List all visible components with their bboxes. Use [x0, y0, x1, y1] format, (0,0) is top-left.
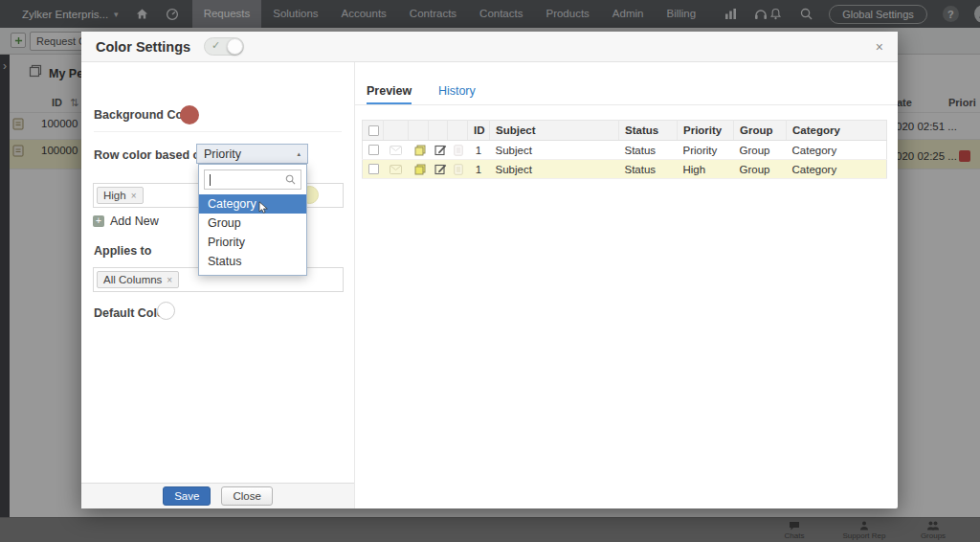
cell-id: 1 [468, 160, 490, 179]
applies-to-label: Applies to [94, 244, 151, 258]
document-icon [454, 145, 463, 156]
note-icon [414, 164, 426, 175]
preview-header-row: ID Subject Status Priority Group Categor… [363, 121, 887, 141]
check-icon: ✓ [212, 39, 220, 52]
dialog-footer: Save Close [81, 483, 354, 508]
value-chip-high[interactable]: High × [97, 187, 144, 204]
row-color-select[interactable]: Priority ▴ [196, 144, 308, 164]
toggle-knob[interactable] [227, 38, 243, 55]
close-icon[interactable]: × [876, 39, 883, 55]
col-header-status: Status [619, 121, 678, 141]
background-color-swatch[interactable] [180, 105, 199, 124]
chip-remove-icon[interactable]: × [131, 191, 137, 201]
default-color-swatch[interactable] [157, 302, 175, 320]
preview-table: ID Subject Status Priority Group Categor… [362, 120, 887, 179]
preview-row[interactable]: 1 Subject Status Priority Group Category [363, 141, 887, 160]
col-header-priority: Priority [678, 121, 734, 141]
tab-preview[interactable]: Preview [367, 84, 412, 104]
magnifier-icon [285, 174, 296, 185]
add-new-button[interactable]: + Add New [93, 215, 159, 228]
dialog-header: Color Settings ✓ × [81, 32, 898, 62]
row-checkbox[interactable] [368, 164, 379, 174]
tab-bar: Preview History [355, 83, 898, 105]
select-all-checkbox[interactable] [368, 125, 379, 136]
text-cursor [210, 174, 211, 186]
col-header-category: Category [787, 121, 887, 141]
select-dropdown: Category Group Priority Status [198, 164, 307, 276]
cell-group: Group [734, 141, 787, 160]
document-icon [454, 164, 463, 175]
cell-status: Status [619, 141, 678, 160]
email-icon [390, 146, 402, 155]
section-divider [94, 131, 342, 132]
note-icon [414, 145, 426, 156]
value-chip-all-columns[interactable]: All Columns × [97, 271, 179, 288]
dropdown-search-input[interactable] [204, 169, 301, 190]
dropdown-option-status[interactable]: Status [199, 252, 306, 271]
mouse-cursor-icon [258, 201, 269, 214]
chip-label: All Columns [103, 274, 162, 285]
close-button[interactable]: Close [221, 486, 272, 506]
cell-id: 1 [468, 141, 490, 160]
edit-icon[interactable] [434, 163, 447, 175]
chip-remove-icon[interactable]: × [167, 275, 172, 285]
dropdown-option-group[interactable]: Group [199, 214, 306, 233]
icon-column-header [448, 121, 468, 141]
dialog-title: Color Settings [96, 39, 190, 55]
preview-row-highlighted[interactable]: 1 Subject Status High Group Category [363, 160, 887, 179]
col-header-id: ID [468, 121, 490, 141]
plus-icon: + [93, 215, 104, 227]
caret-up-icon: ▴ [297, 150, 301, 158]
color-settings-dialog: Color Settings ✓ × Background Color Row … [81, 32, 898, 508]
add-new-label: Add New [110, 215, 159, 228]
dropdown-option-category[interactable]: Category [199, 194, 306, 214]
row-color-label: Row color based on [94, 148, 208, 162]
select-value: Priority [204, 147, 241, 161]
cell-group: Group [734, 160, 787, 179]
chip-label: High [103, 190, 126, 201]
dropdown-option-priority[interactable]: Priority [199, 233, 306, 252]
icon-column-header [429, 121, 448, 141]
cell-category: Category [787, 160, 887, 179]
screen: Zylker Enterpris... ▾ Requests Solutions… [0, 0, 980, 542]
save-button[interactable]: Save [163, 486, 211, 506]
tab-history[interactable]: History [438, 84, 476, 102]
col-header-group: Group [734, 121, 787, 141]
cell-category: Category [787, 141, 887, 160]
icon-column-header [384, 121, 409, 141]
cell-priority: Priority [678, 141, 734, 160]
preview-panel: Preview History ID Subject [354, 62, 898, 508]
icon-column-header [409, 121, 429, 141]
cell-priority: High [678, 160, 734, 179]
col-header-subject: Subject [490, 121, 619, 141]
cell-subject: Subject [490, 160, 619, 179]
row-checkbox[interactable] [368, 145, 379, 155]
color-settings-toggle[interactable]: ✓ [204, 37, 244, 56]
cell-status: Status [619, 160, 678, 179]
email-icon [390, 165, 402, 174]
option-label: Category [208, 197, 256, 211]
settings-panel: Background Color Row color based on High… [81, 62, 354, 508]
cell-subject: Subject [490, 141, 619, 160]
edit-icon[interactable] [434, 144, 447, 156]
